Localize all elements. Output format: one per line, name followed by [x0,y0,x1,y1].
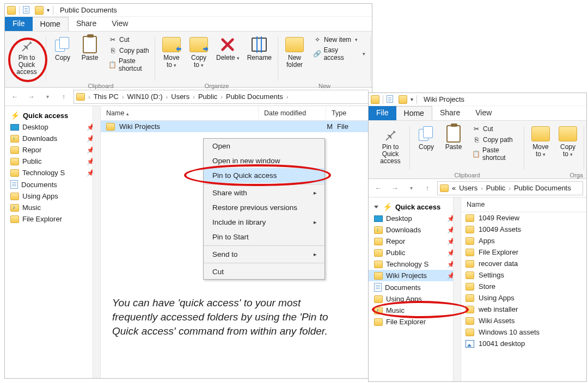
sidebar-item[interactable]: Downloads📌 [5,133,100,144]
easy-access-button[interactable]: 🔗Easy access [311,46,367,62]
forward-button[interactable]: → [24,90,38,103]
list-item[interactable]: File Explorer [461,246,586,258]
sidebar[interactable]: ⚡Quick access Desktop📌Downloads📌Repor📌Pu… [5,106,101,378]
pin-to-quick-access-button[interactable]: Pin to Quick access [374,124,407,166]
tab-home[interactable]: Home [33,17,69,31]
list-item[interactable]: Apps [461,235,586,246]
paste-shortcut-button[interactable]: 📋Paste shortcut [470,146,521,162]
sidebar-item[interactable]: Technology S📌 [5,167,100,178]
crumb-thispc[interactable]: This PC [94,92,119,101]
menu-item[interactable]: Pin to Start [204,230,324,244]
crumb-users[interactable]: Users [171,92,189,101]
menu-item[interactable]: Open [204,139,324,153]
file-list[interactable]: Name 1049 Review10049 AssetsAppsFile Exp… [461,197,586,381]
menu-item[interactable]: Include in library [204,215,324,230]
sidebar-scrollbar[interactable] [453,197,461,381]
sidebar-scrollbar[interactable] [93,106,100,378]
tab-view[interactable]: View [104,17,136,31]
crumb-users[interactable]: Users [459,184,477,192]
cut-button[interactable]: ✂Cut [470,124,521,134]
crumb-public[interactable]: Public [486,184,505,192]
new-folder-button[interactable]: New folder [281,35,308,70]
new-folder-icon[interactable] [35,6,44,15]
list-item[interactable]: Windows 10 assets [461,326,586,338]
crumb-publicdocs[interactable]: Public Documents [226,92,283,101]
menu-item[interactable]: Pin to Quick access [204,168,324,183]
sidebar-item[interactable]: Music [369,305,461,316]
column-headers[interactable]: Name Date modified Type [101,106,372,121]
crumb-public[interactable]: Public [198,92,217,101]
paste-button[interactable]: Paste [440,124,467,162]
sidebar-item[interactable]: Repor📌 [5,144,100,156]
back-button[interactable]: ← [372,182,385,195]
crumb-overflow[interactable]: « [450,184,458,192]
cut-button[interactable]: ✂Cut [106,35,152,45]
copy-path-button[interactable]: ⎘Copy path [106,46,152,55]
up-button[interactable]: ↑ [421,182,434,195]
pin-to-quick-access-button[interactable]: Pin to Quick access [10,35,43,77]
sidebar-item[interactable]: Repor📌 [369,236,461,247]
sidebar-item[interactable]: Public📌 [5,156,100,167]
sidebar-item[interactable]: Desktop📌 [369,213,461,224]
tab-home[interactable]: Home [396,106,432,120]
col-type[interactable]: Type [326,106,372,120]
qat-dropdown-icon[interactable]: ▾ [411,96,413,102]
copy-path-button[interactable]: ⎘Copy path [470,135,521,145]
col-date[interactable]: Date modified [259,106,326,120]
tab-file[interactable]: File [5,17,33,31]
paste-shortcut-button[interactable]: 📋Paste shortcut [106,57,152,73]
properties-icon[interactable] [387,95,395,104]
titlebar[interactable]: ▾ Wiki Projects [369,93,586,106]
sidebar-item[interactable]: Documents [369,281,461,293]
list-item[interactable]: recover data [461,258,586,269]
crumb-publicdocs[interactable]: Public Documents [514,184,571,192]
list-item[interactable]: Settings [461,269,586,281]
tab-view[interactable]: View [468,106,499,120]
copy-to-button[interactable]: Copy to [555,124,581,159]
sidebar-item[interactable]: Using Apps [369,293,461,305]
sidebar-item[interactable]: File Explorer [369,316,461,328]
menu-item[interactable]: Share with [204,186,324,200]
move-to-button[interactable]: Move to [158,35,185,70]
copy-to-button[interactable]: Copy to [186,35,212,70]
list-item[interactable]: Wiki Assets [461,315,586,326]
sidebar-item[interactable]: Wiki Projects📌 [369,270,461,281]
qat-dropdown-icon[interactable]: ▾ [47,7,50,13]
sidebar[interactable]: ⚡Quick access Desktop📌Downloads📌Repor📌Pu… [369,197,461,381]
rename-button[interactable]: Rename [244,35,275,70]
quick-access-header[interactable]: ⚡Quick access [369,201,461,213]
sidebar-item[interactable]: Public📌 [369,247,461,258]
breadcrumb[interactable]: › This PC› WIN10 (D:)› Users› Public› Pu… [74,90,369,104]
back-button[interactable]: ← [8,90,21,103]
titlebar[interactable]: ▾ Public Documents [5,4,372,17]
tab-share[interactable]: Share [432,106,468,120]
sidebar-item[interactable]: File Explorer [5,213,100,225]
paste-button[interactable]: Paste [77,35,103,73]
up-button[interactable]: ↑ [57,90,70,103]
crumb-drive[interactable]: WIN10 (D:) [127,92,163,101]
menu-item[interactable]: Restore previous versions [204,200,324,215]
sidebar-item[interactable]: Using Apps [5,190,100,202]
sidebar-item[interactable]: Music [5,202,100,213]
recent-dropdown[interactable]: ▾ [405,182,418,195]
context-menu[interactable]: OpenOpen in new windowPin to Quick acces… [203,138,325,280]
copy-button[interactable]: Copy [50,35,76,73]
forward-button[interactable]: → [388,182,401,195]
copy-button[interactable]: Copy [413,124,439,162]
list-item[interactable]: Store [461,281,586,292]
list-item[interactable]: web installer [461,304,586,315]
list-item[interactable]: Using Apps [461,292,586,304]
menu-item[interactable]: Open in new window [204,153,324,168]
sidebar-item[interactable]: Desktop📌 [5,121,100,133]
menu-item[interactable]: Cut [204,264,324,279]
new-folder-icon[interactable] [399,95,407,104]
tab-share[interactable]: Share [69,17,104,31]
sidebar-item[interactable]: Documents [5,178,100,190]
list-item[interactable]: 10041 desktop [461,338,586,349]
new-item-button[interactable]: ✧New item [311,35,367,45]
col-name[interactable]: Name [101,106,259,120]
recent-dropdown[interactable]: ▾ [41,90,54,103]
tab-file[interactable]: File [369,106,396,120]
list-item[interactable]: 10049 Assets [461,224,586,235]
properties-icon[interactable] [23,6,32,15]
